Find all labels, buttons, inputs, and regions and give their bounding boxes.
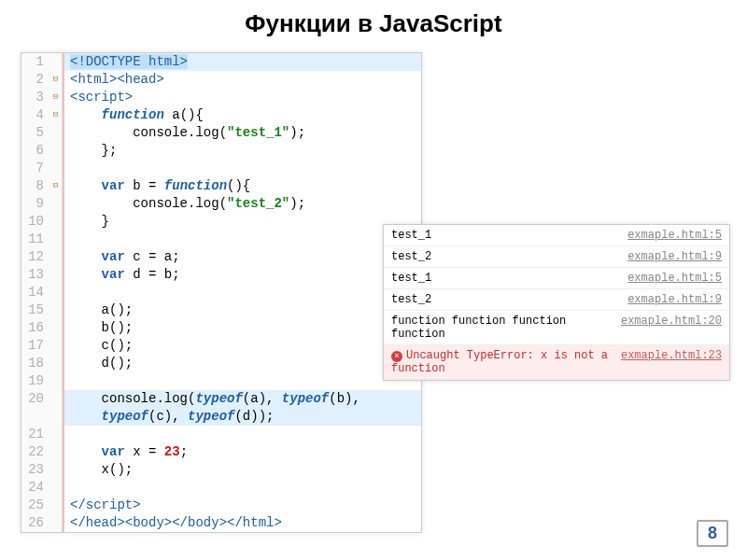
code-content: var d = b; [63,266,421,284]
fold-gutter [49,213,63,231]
code-content: <html><head> [63,71,421,89]
code-line: 22 var x = 23; [21,443,421,461]
code-line: 15 a(); [21,301,421,319]
fold-gutter [49,284,63,301]
line-number: 26 [21,514,49,532]
code-editor: 1 <!DOCTYPE html>2⊟<html><head>3⊟<script… [21,52,422,533]
console-source-link[interactable]: exmaple.html:9 [627,250,722,263]
console-log-row: test_2exmaple.html:9 [384,289,729,311]
code-content: b(); [63,319,421,337]
fold-gutter [49,53,63,71]
console-message: ×Uncaught TypeError: x is not a function [391,349,621,375]
code-content: d(); [63,355,421,372]
code-content: </script> [63,497,421,514]
console-message: test_2 [391,293,627,306]
code-line: 3⊟<script> [21,89,421,106]
code-line: 12 var c = a; [21,248,421,266]
line-number: 13 [21,266,49,284]
code-line: 19 [21,372,421,390]
fold-gutter [49,355,63,372]
code-content [63,284,421,301]
code-content: x(); [63,461,421,479]
fold-gutter [49,497,63,514]
code-content: <script> [63,89,421,106]
fold-gutter [49,408,63,426]
code-line: 10 } [21,213,421,231]
code-content: function a(){ [63,106,421,124]
code-line: 24 [21,479,421,497]
fold-gutter [49,390,63,408]
line-number: 12 [21,248,49,266]
code-line: 13 var d = b; [21,266,421,284]
line-number: 18 [21,355,49,372]
code-line: 6 }; [21,142,421,160]
fold-gutter [49,195,63,213]
line-number: 11 [21,231,49,248]
line-number: 5 [21,124,49,142]
fold-gutter [49,160,63,177]
code-line: 1 <!DOCTYPE html> [21,53,421,71]
page-number: 8 [697,520,728,547]
console-source-link[interactable]: exmaple.html:5 [627,229,722,242]
fold-gutter [49,301,63,319]
fold-gutter [49,231,63,248]
code-content: </head><body></body></html> [63,514,421,532]
fold-gutter [49,426,63,443]
line-number: 7 [21,160,49,177]
line-number: 3 [21,89,49,106]
line-number: 22 [21,443,49,461]
code-content: } [63,213,421,231]
console-source-link[interactable]: exmaple.html:23 [621,349,722,362]
fold-gutter: ⊟ [49,71,63,89]
line-number: 14 [21,284,49,301]
code-content: var b = function(){ [63,177,421,195]
code-content: a(); [63,301,421,319]
line-number: 4 [21,106,49,124]
line-number: 20 [21,390,49,408]
fold-gutter [49,142,63,160]
console-source-link[interactable]: exmaple.html:5 [627,272,722,285]
line-number: 8 [21,177,49,195]
console-source-link[interactable]: exmaple.html:9 [627,293,722,306]
fold-gutter: ⊟ [49,177,63,195]
console-log-row: test_1exmaple.html:5 [384,225,729,246]
code-content: typeof(c), typeof(d)); [63,408,421,426]
code-line: 14 [21,284,421,301]
console-log-row: function function function functionexmap… [384,311,729,345]
line-number: 10 [21,213,49,231]
error-icon: × [391,351,402,362]
line-number: 16 [21,319,49,337]
code-line: 18 d(); [21,355,421,372]
code-line: 8⊟ var b = function(){ [21,177,421,195]
fold-gutter [49,124,63,142]
line-number: 19 [21,372,49,390]
console-message: test_1 [391,229,627,242]
code-line: typeof(c), typeof(d)); [21,408,421,426]
code-line: 25 </script> [21,497,421,514]
code-content [63,426,421,443]
code-content: }; [63,142,421,160]
line-number: 1 [21,53,49,71]
fold-gutter [49,514,63,532]
line-number: 24 [21,479,49,497]
code-content [63,160,421,177]
fold-gutter [49,479,63,497]
line-number: 21 [21,426,49,443]
code-line: 17 c(); [21,337,421,355]
console-message: test_2 [391,250,627,263]
console-message: test_1 [391,272,627,285]
line-number: 2 [21,71,49,89]
code-line: 11 [21,231,421,248]
code-line: 16 b(); [21,319,421,337]
fold-gutter [49,319,63,337]
console-source-link[interactable]: exmaple.html:20 [621,315,722,328]
fold-gutter [49,337,63,355]
line-number: 17 [21,337,49,355]
console-error-row: ×Uncaught TypeError: x is not a function… [384,345,729,380]
code-content: <!DOCTYPE html> [63,53,421,71]
line-number: 25 [21,497,49,514]
code-content [63,231,421,248]
code-line: 5 console.log("test_1"); [21,124,421,142]
code-line: 20 console.log(typeof(a), typeof(b), [21,390,421,408]
code-line: 2⊟<html><head> [21,71,421,89]
